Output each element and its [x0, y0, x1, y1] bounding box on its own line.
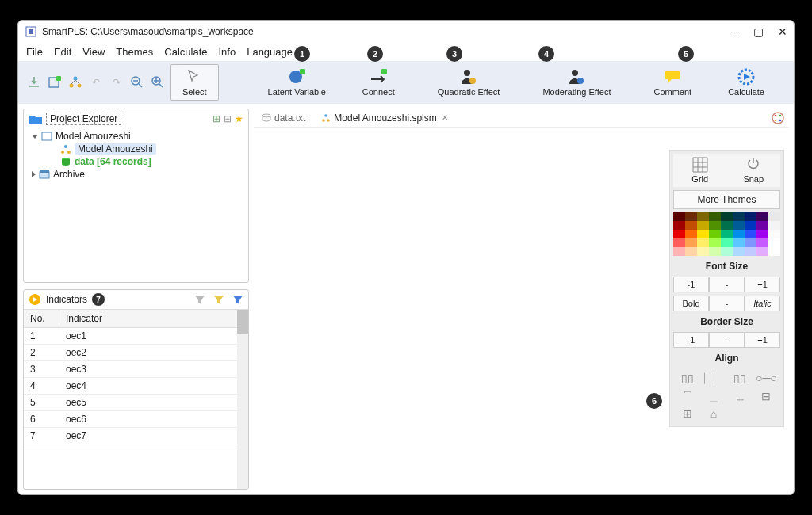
color-swatch[interactable]	[673, 238, 685, 247]
col-header-indicator[interactable]: Indicator	[59, 310, 248, 327]
color-swatch[interactable]	[745, 238, 756, 247]
color-swatch[interactable]	[768, 247, 780, 256]
tree-node-model[interactable]: Model Amouzeshi	[75, 143, 156, 154]
color-swatch[interactable]	[745, 221, 756, 230]
color-swatch[interactable]	[733, 221, 745, 230]
font-reset-button[interactable]: -	[709, 277, 745, 292]
color-swatch[interactable]	[685, 247, 697, 256]
menu-calculate[interactable]: Calculate	[164, 46, 207, 58]
comment-tool[interactable]: Comment	[645, 65, 699, 100]
color-swatch[interactable]	[697, 212, 709, 221]
color-swatch[interactable]	[697, 238, 709, 247]
filter-yellow-icon[interactable]	[213, 294, 224, 305]
redo-icon[interactable]: ↷	[109, 74, 124, 90]
color-swatch[interactable]	[721, 221, 733, 230]
color-swatch[interactable]	[756, 212, 768, 221]
color-swatch[interactable]	[756, 238, 768, 247]
zoom-in-icon[interactable]	[150, 74, 166, 90]
color-swatch[interactable]	[697, 247, 709, 256]
zoom-out-icon[interactable]	[129, 74, 145, 90]
expand-icon[interactable]: ⊞	[213, 113, 220, 124]
align-bottom-icon[interactable]: ⎵	[730, 390, 751, 402]
color-swatch[interactable]	[733, 230, 745, 238]
calculate-tool[interactable]: Calculate	[720, 65, 772, 100]
color-swatch[interactable]	[721, 230, 733, 238]
table-row[interactable]: 3oec3	[24, 361, 248, 378]
color-swatch[interactable]	[745, 212, 756, 221]
filter-blue-icon[interactable]	[232, 294, 243, 305]
palette-icon[interactable]	[770, 110, 786, 126]
italic-button[interactable]: Italic	[745, 296, 780, 311]
font-minus-button[interactable]: -1	[673, 277, 709, 292]
menu-file[interactable]: File	[26, 46, 43, 58]
color-swatch[interactable]	[685, 230, 697, 238]
new-project-icon[interactable]	[47, 74, 63, 90]
color-swatch[interactable]	[673, 247, 685, 256]
color-swatch[interactable]	[733, 212, 745, 221]
align-top-icon[interactable]: ⎴	[676, 390, 698, 402]
tree-node-archive[interactable]: Archive	[53, 169, 85, 180]
grid-toggle[interactable]: Grid	[673, 154, 727, 187]
table-row[interactable]: 2oec2	[24, 345, 248, 361]
connect-tool[interactable]: Connect	[354, 65, 403, 100]
chevron-down-icon[interactable]	[32, 135, 38, 139]
color-swatch[interactable]	[709, 238, 721, 247]
snap-toggle[interactable]: Snap	[727, 154, 781, 187]
tree-node-data[interactable]: data [64 records]	[75, 156, 151, 167]
color-swatch[interactable]	[685, 238, 697, 247]
align-center-h-icon[interactable]: ⎸⎸	[703, 372, 724, 385]
scrollbar[interactable]	[237, 310, 248, 489]
color-swatch[interactable]	[768, 230, 780, 238]
table-row[interactable]: 4oec4	[24, 378, 248, 395]
more-themes-button[interactable]: More Themes	[673, 190, 780, 209]
close-tab-icon[interactable]: ✕	[442, 113, 448, 122]
table-row[interactable]: 6oec6	[24, 411, 248, 428]
align-distribute-v-icon[interactable]: ⊟	[756, 390, 777, 402]
filter-gray-icon[interactable]	[194, 294, 205, 305]
color-swatch[interactable]	[709, 247, 721, 256]
color-swatch[interactable]	[768, 221, 780, 230]
collapse-icon[interactable]: ⊟	[224, 113, 232, 124]
color-swatch[interactable]	[756, 221, 768, 230]
quadratic-effect-tool[interactable]: Quadratic Effect	[430, 65, 508, 100]
color-swatch[interactable]	[673, 230, 685, 238]
color-swatch[interactable]	[721, 247, 733, 256]
align-center-v-icon[interactable]: ⎯	[703, 390, 724, 402]
font-plus-button[interactable]: +1	[745, 277, 780, 292]
color-swatch[interactable]	[733, 247, 745, 256]
color-swatch[interactable]	[721, 238, 733, 247]
table-row[interactable]: 5oec5	[24, 395, 248, 411]
scroll-thumb[interactable]	[237, 310, 248, 334]
align-auto-icon[interactable]: ⌂	[703, 407, 724, 420]
color-swatch[interactable]	[673, 221, 685, 230]
moderating-effect-tool[interactable]: Moderating Effect	[534, 65, 619, 100]
select-tool[interactable]: Select	[170, 64, 219, 101]
color-swatch[interactable]	[685, 212, 697, 221]
color-swatch[interactable]	[745, 247, 756, 256]
col-header-no[interactable]: No.	[24, 310, 59, 327]
color-swatch[interactable]	[709, 212, 721, 221]
color-swatch[interactable]	[733, 238, 745, 247]
align-left-icon[interactable]: ▯▯	[676, 372, 698, 385]
model-icon[interactable]	[67, 74, 83, 90]
align-grid-icon[interactable]: ⊞	[676, 407, 698, 420]
close-button[interactable]: ✕	[778, 25, 787, 38]
project-tree[interactable]: Model Amouzeshi Model Amouzeshi data [64…	[24, 128, 248, 185]
table-row[interactable]: 1oec1	[24, 328, 248, 345]
maximize-button[interactable]: ▢	[753, 25, 764, 38]
color-palette[interactable]	[673, 212, 780, 256]
color-swatch[interactable]	[709, 230, 721, 238]
color-swatch[interactable]	[745, 230, 756, 238]
minimize-button[interactable]: ─	[731, 25, 739, 38]
color-swatch[interactable]	[756, 247, 768, 256]
menu-view[interactable]: View	[82, 46, 105, 58]
chevron-right-icon[interactable]	[32, 171, 36, 177]
color-swatch[interactable]	[697, 221, 709, 230]
tab-data[interactable]: data.txt	[257, 111, 310, 125]
color-swatch[interactable]	[685, 221, 697, 230]
tab-model[interactable]: Model Amouzeshi.splsm ✕	[316, 111, 452, 125]
table-row[interactable]: 7oec7	[24, 428, 248, 444]
border-plus-button[interactable]: +1	[745, 332, 780, 348]
tree-node-project[interactable]: Model Amouzeshi	[56, 131, 131, 142]
color-swatch[interactable]	[673, 212, 685, 221]
